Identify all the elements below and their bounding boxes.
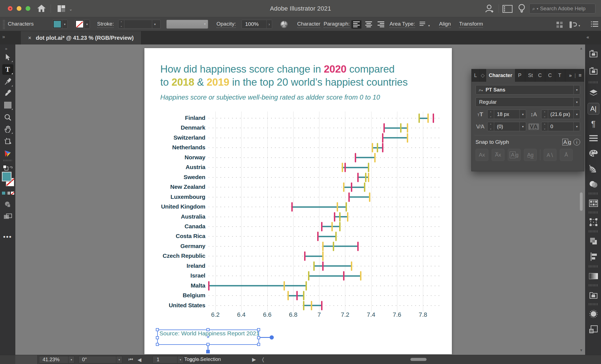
score-tick-2018[interactable] [377, 143, 378, 152]
selection-handle[interactable] [257, 328, 260, 331]
width-profile-dropdown[interactable]: ▾ [166, 20, 208, 29]
control-bar-grip[interactable] [3, 19, 5, 29]
score-tick-2019[interactable] [360, 271, 361, 281]
range-bar[interactable] [344, 187, 365, 188]
text-resize-widget[interactable] [270, 335, 274, 340]
score-tick-2018[interactable] [303, 291, 304, 300]
close-tab-icon[interactable]: × [28, 35, 31, 41]
colorful-learn-tool[interactable] [0, 148, 15, 159]
chevron-down-icon[interactable]: ▾ [177, 356, 183, 363]
score-tick-2020[interactable] [334, 212, 335, 222]
chevron-down-icon[interactable]: ▾ [573, 85, 580, 94]
hand-tool[interactable] [0, 123, 15, 135]
score-tick-2018[interactable] [335, 232, 337, 241]
score-tick-2019[interactable] [369, 192, 370, 202]
score-tick-2018[interactable] [346, 202, 347, 212]
score-tick-2019[interactable] [342, 163, 343, 172]
stroke-weight-control[interactable]: ⌃⌄ ▾ [118, 20, 161, 29]
snap-option-baseline[interactable]: Ax [476, 149, 488, 161]
paragraph-panel-icon[interactable]: ¶ [585, 117, 601, 130]
range-bar[interactable] [358, 177, 368, 178]
chevron-down-icon[interactable]: ▾ [573, 98, 580, 107]
score-tick-2020[interactable] [304, 251, 306, 261]
panel-menu-icon[interactable]: ≡ [578, 73, 582, 78]
dock-grip[interactable] [589, 211, 598, 214]
font-size-value[interactable]: 18 px [494, 112, 509, 117]
rotation-value[interactable]: 0° [79, 357, 87, 363]
snap-option-anchor[interactable]: Å [560, 149, 573, 161]
score-tick-2020[interactable] [344, 163, 346, 172]
opacity-value[interactable]: 100% [242, 21, 259, 27]
range-bar[interactable] [288, 295, 304, 296]
score-tick-2020[interactable] [343, 271, 344, 281]
zoom-tool[interactable] [0, 112, 15, 123]
toolbar-expand-icon[interactable]: » [5, 46, 7, 51]
paragraph-styles-panel-icon[interactable] [585, 132, 601, 145]
dock-grip[interactable] [589, 81, 598, 83]
score-tick-2019[interactable] [284, 281, 285, 291]
stroke-weight-value[interactable] [124, 20, 152, 29]
selection-handle[interactable] [257, 343, 260, 346]
chevron-down-icon[interactable]: ▾ [68, 356, 74, 363]
score-tick-2020[interactable] [433, 113, 434, 123]
range-bar[interactable] [209, 285, 306, 286]
snap-option-glyph-bounds[interactable]: Ag [508, 149, 521, 161]
score-tick-2019[interactable] [322, 242, 324, 251]
kerning-value[interactable]: (0) [494, 124, 503, 130]
eyedropper-tool[interactable] [0, 88, 15, 99]
color-mode-swatches[interactable] [2, 191, 14, 195]
range-bar[interactable] [309, 275, 361, 277]
score-tick-2018[interactable] [365, 173, 366, 182]
score-tick-2020[interactable] [382, 143, 383, 152]
area-type-options-icon[interactable]: ▾ [420, 22, 430, 28]
paragraph-panel-link[interactable]: Paragraph: [324, 21, 350, 28]
collapse-dock-icon[interactable]: « [587, 34, 588, 40]
chevron-down-icon[interactable]: ▾ [573, 122, 580, 131]
dock-grip[interactable] [589, 284, 598, 286]
arrange-documents-icon[interactable] [503, 5, 513, 14]
leading-field[interactable]: ⌃⌄ (21.6 px) ▾ [541, 110, 580, 119]
opacity-expand-arrow[interactable]: › [266, 20, 272, 28]
gradient-swatch[interactable] [6, 191, 10, 195]
dock-grip[interactable] [589, 192, 598, 195]
tab-partial-5[interactable]: T [555, 69, 565, 82]
score-tick-2020[interactable] [357, 242, 359, 251]
chevron-down-icon[interactable]: ▾ [519, 122, 526, 131]
score-tick-2020[interactable] [317, 232, 319, 241]
range-bar[interactable] [343, 167, 368, 168]
score-tick-2019[interactable] [311, 301, 312, 310]
tab-overflow-icon[interactable]: » [569, 73, 572, 78]
character-panel-icon[interactable]: A| [585, 102, 601, 115]
previous-artboard-button[interactable]: ◀ [137, 357, 141, 363]
chevron-down-icon[interactable]: ▾ [84, 20, 90, 28]
artboard[interactable]: How did happiness score change in 2020 c… [144, 48, 452, 354]
range-bar[interactable] [322, 226, 340, 227]
help-search-input[interactable]: ⌕ ▾ Search Adobe Help [529, 4, 595, 14]
opacity-control[interactable]: 100% › [242, 20, 272, 29]
selection-handle[interactable] [156, 343, 159, 346]
artboards-panel-icon[interactable] [585, 323, 601, 336]
score-tick-2019[interactable] [287, 291, 289, 300]
font-style-value[interactable]: Regular [476, 99, 497, 105]
score-tick-2020[interactable] [348, 192, 350, 202]
dock-grip[interactable] [589, 265, 598, 268]
panel-expand-icon[interactable]: » [2, 34, 5, 40]
info-icon[interactable]: i [573, 139, 580, 145]
tab-layers-partial[interactable]: L [471, 69, 480, 82]
artboard-number-value[interactable]: 1 [153, 357, 159, 363]
stroke-none-swatch[interactable] [76, 21, 83, 28]
align-center-button[interactable] [363, 20, 374, 29]
opacity-label[interactable]: Opacity: [216, 21, 236, 28]
tracking-field[interactable]: ⌃⌄ 0 ▾ [541, 122, 580, 131]
range-bar[interactable] [305, 256, 323, 257]
shape-builder-icon[interactable] [0, 199, 15, 210]
color-swatch[interactable] [2, 191, 6, 195]
range-bar[interactable] [335, 216, 348, 217]
rectangle-tool[interactable] [0, 100, 15, 111]
range-bar[interactable] [318, 236, 336, 237]
score-tick-2019[interactable] [407, 133, 408, 143]
selection-handle[interactable] [206, 328, 210, 331]
stroke-weight-label[interactable]: Stroke: [97, 21, 114, 28]
selection-tool[interactable] [0, 52, 15, 63]
tab-character[interactable]: Character [486, 69, 515, 82]
